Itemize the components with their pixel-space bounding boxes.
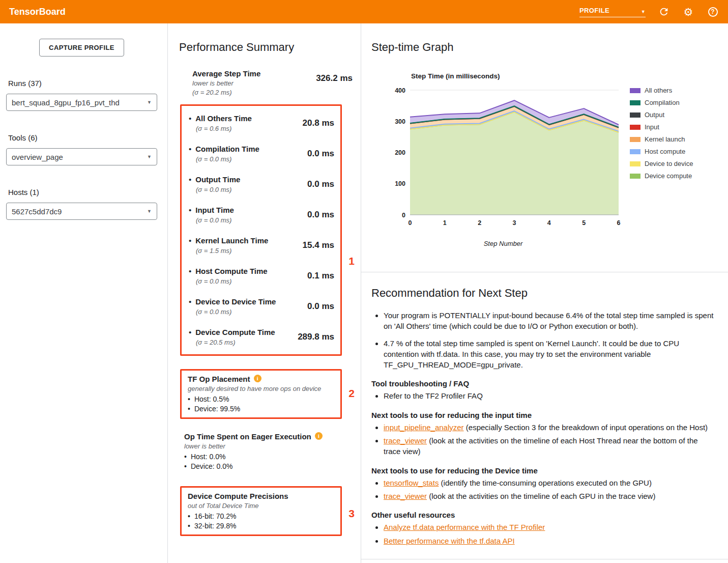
legend-swatch <box>630 161 640 166</box>
refresh-icon[interactable] <box>658 6 670 18</box>
device-tools-list: tensorflow_stats (identify the time-cons… <box>371 477 716 502</box>
help-icon[interactable]: ? <box>707 6 719 18</box>
list-item: Host: 0.0% <box>184 452 361 461</box>
metric-label: Kernel Launch Time <box>186 236 268 245</box>
performance-summary-panel: Performance Summary Average Step Time lo… <box>168 23 361 563</box>
performance-summary-title: Performance Summary <box>179 41 361 54</box>
trace-viewer-host-link[interactable]: trace_viewer <box>384 436 427 445</box>
runs-select[interactable]: bert_squad_8gpu_fp16_pvt_thd ▼ <box>6 94 157 111</box>
item-rest-text: (especially Section 3 for the breakdown … <box>464 423 708 432</box>
legend-item[interactable]: Compilation <box>630 99 693 106</box>
item-rest-text: (identify the time-consuming operations … <box>439 478 652 487</box>
metric-value: 20.8 ms <box>303 118 334 128</box>
chevron-down-icon: ▼ <box>641 9 646 14</box>
metric-row-kernel-launch: Kernel Launch Time (σ = 1.5 ms) 15.4 ms <box>182 230 340 261</box>
tf-op-placement-list: Host: 0.5% Device: 99.5% <box>188 394 335 413</box>
metric-value: 0.0 ms <box>307 179 334 189</box>
recommendation-title: Recommendation for Next Step <box>371 287 716 300</box>
recommendation-bullet: 4.7 % of the total step time sampled is … <box>384 338 716 371</box>
hosts-label: Hosts (1) <box>8 188 157 196</box>
runs-select-value: bert_squad_8gpu_fp16_pvt_thd <box>12 98 120 107</box>
svg-text:100: 100 <box>395 180 405 187</box>
metric-sigma: (σ = 1.5 ms) <box>196 247 268 255</box>
tensorboard-app: TensorBoard PROFILE ▼ ⚙ ? CAPTURE PROFIL… <box>0 0 728 563</box>
hosts-select[interactable]: 5627c5dd7dc9 ▼ <box>6 203 157 220</box>
chevron-down-icon: ▼ <box>147 100 152 105</box>
metric-value: 0.1 ms <box>307 271 334 281</box>
legend-item[interactable]: Kernel launch <box>630 135 693 143</box>
metric-label: Input Time <box>186 206 234 214</box>
section-title-input-tools: Next tools to use for reducing the input… <box>371 411 716 419</box>
legend-item[interactable]: Input <box>630 123 693 131</box>
trace-viewer-gpu-link[interactable]: trace_viewer <box>384 492 427 500</box>
metric-sigma: (σ = 0.0 ms) <box>196 186 240 193</box>
device-compute-precisions-note: out of Total Device Time <box>188 502 335 510</box>
faq-list: Refer to the TF2 Profiler FAQ <box>371 390 716 401</box>
tfdata-api-link[interactable]: Better performance with the tf.data API <box>384 537 515 545</box>
section-title-device-tools: Next tools to use for reducing the Devic… <box>371 466 716 475</box>
metric-sigma: (σ = 0.0 ms) <box>196 155 259 163</box>
input-pipeline-analyzer-link[interactable]: input_pipeline_analyzer <box>384 423 464 432</box>
legend-swatch <box>630 100 640 105</box>
legend-item[interactable]: Device to device <box>630 160 693 167</box>
metric-value: 0.0 ms <box>307 301 334 312</box>
svg-text:3: 3 <box>513 219 516 227</box>
metric-label: Output Time <box>186 175 240 184</box>
metric-row-input: Input Time (σ = 0.0 ms) 0.0 ms <box>182 200 340 230</box>
tf-op-placement-note: generally desired to have more ops on de… <box>188 385 335 392</box>
help-question-glyph: ? <box>708 7 718 17</box>
eager-execution-note: lower is better <box>184 442 361 450</box>
metric-value: 0.0 ms <box>307 149 334 159</box>
item-rest-text: (look at the activities on the timeline … <box>427 492 655 500</box>
main-layout: CAPTURE PROFILE Runs (37) bert_squad_8gp… <box>0 23 728 563</box>
other-resources-list: Analyze tf.data performance with the TF … <box>371 522 716 546</box>
svg-text:4: 4 <box>547 219 551 227</box>
chart-title: Step Time (in milliseconds) <box>411 72 623 80</box>
x-axis-label: Step Number <box>384 240 623 247</box>
legend-swatch <box>630 88 640 93</box>
right-panel: Step-time Graph Step Time (in millisecon… <box>361 23 728 563</box>
list-item: Device: 99.5% <box>188 404 335 413</box>
list-item: Better performance with the tf.data API <box>384 536 716 546</box>
recommendation-bullets: Your program is POTENTIALLY input-bound … <box>371 310 716 370</box>
metric-sigma: (σ = 0.0 ms) <box>196 308 276 316</box>
legend-item[interactable]: Device compute <box>630 172 693 180</box>
info-icon[interactable] <box>315 432 323 440</box>
list-item: tensorflow_stats (identify the time-cons… <box>384 477 716 488</box>
metric-label: Host Compute Time <box>186 267 268 275</box>
annotation-box-3: 3 Device Compute Precisions out of Total… <box>180 486 342 536</box>
svg-text:0: 0 <box>402 212 405 219</box>
dashboard-select[interactable]: PROFILE ▼ <box>579 7 646 17</box>
list-item: Host: 0.5% <box>188 394 335 404</box>
tensorflow-stats-link[interactable]: tensorflow_stats <box>384 478 439 487</box>
annotation-box-2: 2 TF Op Placement generally desired to h… <box>180 369 342 419</box>
info-icon[interactable] <box>254 375 261 382</box>
annotation-number-1: 1 <box>348 255 355 267</box>
average-step-time-sigma: (σ = 20.2 ms) <box>192 89 260 96</box>
metric-value: 15.4 ms <box>303 240 334 250</box>
metric-label: Compilation Time <box>186 145 259 153</box>
legend-swatch <box>630 174 640 179</box>
metric-row-host-compute: Host Compute Time (σ = 0.0 ms) 0.1 ms <box>182 261 340 291</box>
svg-text:5: 5 <box>582 219 586 227</box>
app-header: TensorBoard PROFILE ▼ ⚙ ? <box>0 0 728 23</box>
eager-execution-list: Host: 0.0% Device: 0.0% <box>184 452 361 471</box>
svg-text:6: 6 <box>617 219 621 227</box>
svg-text:1: 1 <box>443 219 447 227</box>
eager-execution-title-text: Op Time Spent on Eager Execution <box>184 432 311 441</box>
tools-select[interactable]: overview_page ▼ <box>6 148 157 165</box>
settings-gear-icon[interactable]: ⚙ <box>682 6 694 18</box>
legend-item[interactable]: All others <box>630 87 693 94</box>
legend-item[interactable]: Host compute <box>630 148 693 155</box>
capture-profile-button[interactable]: CAPTURE PROFILE <box>39 39 124 57</box>
legend-item[interactable]: Output <box>630 111 693 119</box>
tfdata-performance-link[interactable]: Analyze tf.data performance with the TF … <box>384 523 545 531</box>
chart-column: Step Time (in milliseconds) 010020030040… <box>384 72 623 247</box>
legend-label: Output <box>645 111 664 119</box>
list-item: trace_viewer (look at the activities on … <box>384 435 716 457</box>
average-step-time-label: Average Step Time <box>192 69 260 78</box>
step-time-chart: 01002003004000123456 <box>384 85 623 233</box>
annotation-number-2: 2 <box>348 387 355 400</box>
average-step-time-value: 326.2 ms <box>316 73 353 83</box>
metric-label: Device to Device Time <box>186 297 276 306</box>
